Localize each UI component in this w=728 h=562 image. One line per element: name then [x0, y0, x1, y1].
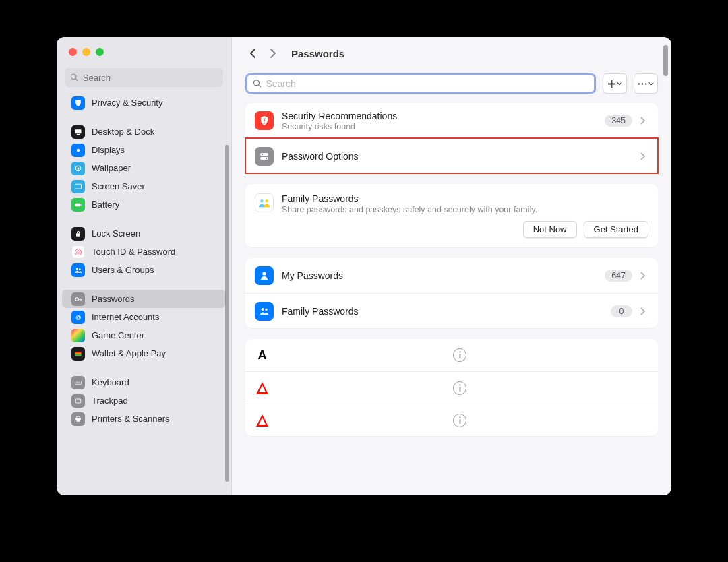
- users-icon: [71, 263, 85, 277]
- sidebar-search[interactable]: [65, 68, 223, 87]
- gamecenter-icon: [71, 329, 85, 342]
- svg-rect-42: [459, 419, 460, 424]
- svg-point-4: [78, 167, 80, 169]
- sidebar-item-internet-accounts[interactable]: @ Internet Accounts: [62, 308, 226, 326]
- svg-rect-7: [80, 204, 81, 205]
- svg-point-41: [459, 416, 460, 418]
- sidebar-item-users-groups[interactable]: Users & Groups: [62, 261, 226, 279]
- password-entry-row[interactable]: A: [245, 339, 658, 371]
- get-started-button[interactable]: Get Started: [584, 221, 648, 238]
- sidebar-item-keyboard[interactable]: Keyboard: [62, 373, 226, 392]
- sidebar-item-desktop-dock[interactable]: Desktop & Dock: [62, 123, 226, 141]
- security-count-badge: 345: [605, 115, 632, 127]
- svg-point-10: [79, 268, 81, 270]
- sidebar-item-screen-saver[interactable]: Screen Saver: [62, 177, 226, 195]
- sidebar-item-label: Wallet & Apple Pay: [92, 348, 166, 358]
- info-button[interactable]: [453, 414, 466, 427]
- sidebar-item-label: Trackpad: [92, 396, 128, 406]
- redacted-label: [278, 379, 453, 397]
- options-title: Password Options: [282, 151, 638, 162]
- family-title: Family Passwords: [282, 193, 648, 204]
- sidebar-item-passwords[interactable]: Passwords: [62, 290, 226, 308]
- my-passwords-title: My Passwords: [282, 270, 605, 281]
- more-button[interactable]: [634, 73, 658, 94]
- info-button[interactable]: [453, 348, 466, 362]
- svg-point-2: [77, 148, 80, 152]
- svg-rect-13: [75, 352, 82, 353]
- displays-icon: [71, 144, 85, 157]
- passwords-search-input[interactable]: [266, 78, 588, 89]
- svg-point-35: [262, 308, 264, 311]
- maximize-window-button[interactable]: [96, 48, 104, 56]
- sidebar-item-wallet[interactable]: Wallet & Apple Pay: [62, 344, 226, 363]
- sidebar: Privacy & Security Desktop & Dock Displa…: [57, 37, 232, 495]
- not-now-button[interactable]: Not Now: [523, 221, 577, 238]
- password-entry-row[interactable]: [245, 404, 658, 436]
- sidebar-item-touch-id[interactable]: Touch ID & Password: [62, 243, 226, 261]
- sidebar-item-label: Lock Screen: [92, 228, 140, 239]
- hand-icon: [71, 96, 85, 110]
- svg-point-11: [75, 297, 79, 301]
- sidebar-item-battery[interactable]: Battery: [62, 195, 226, 214]
- sidebar-scrollbar[interactable]: [225, 145, 229, 482]
- svg-rect-21: [75, 399, 81, 403]
- keyboard-icon: [71, 376, 85, 389]
- svg-point-33: [265, 199, 268, 202]
- sidebar-item-privacy-security[interactable]: Privacy & Security: [62, 94, 226, 112]
- my-passwords-row[interactable]: My Passwords 647: [245, 258, 658, 293]
- sidebar-item-label: Printers & Scanners: [92, 414, 170, 424]
- main-scrollbar[interactable]: [663, 45, 668, 76]
- svg-point-34: [262, 272, 266, 275]
- family-share-row: Family Passwords Share passwords and pas…: [245, 184, 658, 221]
- svg-rect-23: [77, 416, 80, 418]
- security-card: Security Recommendations Security risks …: [245, 103, 658, 173]
- settings-window: Privacy & Security Desktop & Dock Displa…: [57, 37, 671, 495]
- back-button[interactable]: [245, 46, 260, 61]
- battery-icon: [71, 198, 85, 212]
- svg-rect-40: [459, 387, 460, 392]
- sidebar-item-trackpad[interactable]: Trackpad: [62, 392, 226, 410]
- sidebar-search-input[interactable]: [83, 73, 218, 83]
- passwords-search[interactable]: [245, 73, 596, 94]
- fingerprint-icon: [71, 245, 85, 259]
- search-icon: [70, 73, 79, 82]
- svg-point-37: [459, 351, 460, 352]
- family-passwords-row[interactable]: Family Passwords 0: [245, 293, 658, 328]
- svg-point-31: [266, 157, 268, 159]
- svg-point-26: [642, 83, 643, 84]
- close-window-button[interactable]: [69, 48, 77, 56]
- chevron-right-icon: [638, 117, 648, 125]
- minimize-window-button[interactable]: [82, 48, 90, 56]
- svg-rect-18: [78, 382, 78, 383]
- svg-rect-14: [75, 353, 82, 354]
- sidebar-item-game-center[interactable]: Game Center: [62, 326, 226, 344]
- passwords-list-card: A: [245, 339, 658, 436]
- svg-rect-1: [77, 134, 80, 135]
- screensaver-icon: [71, 180, 85, 193]
- svg-point-32: [260, 199, 263, 202]
- toggles-icon: [255, 147, 274, 166]
- sidebar-item-wallpaper[interactable]: Wallpaper: [62, 159, 226, 177]
- security-subtitle: Security risks found: [282, 122, 605, 131]
- forward-button[interactable]: [266, 46, 280, 61]
- sidebar-item-lock-screen[interactable]: Lock Screen: [62, 224, 226, 243]
- sidebar-item-label: Desktop & Dock: [92, 127, 154, 137]
- chevron-down-icon: [648, 82, 654, 86]
- family-subtitle: Share passwords and passkeys safely and …: [282, 205, 648, 214]
- plus-icon: [608, 80, 615, 88]
- people-icon: [255, 302, 274, 321]
- main-panel: Passwords: [232, 37, 671, 495]
- password-entry-row[interactable]: [245, 371, 658, 404]
- password-options-row[interactable]: Password Options: [245, 138, 658, 173]
- info-button[interactable]: [453, 381, 466, 395]
- svg-rect-15: [75, 354, 82, 356]
- sidebar-item-label: Screen Saver: [92, 181, 145, 191]
- svg-rect-17: [76, 382, 77, 383]
- person-icon: [255, 266, 274, 285]
- security-recommendations-row[interactable]: Security Recommendations Security risks …: [245, 103, 658, 138]
- sidebar-item-printers[interactable]: Printers & Scanners: [62, 410, 226, 428]
- svg-point-27: [645, 83, 646, 84]
- sidebar-item-displays[interactable]: Displays: [62, 141, 226, 159]
- add-button[interactable]: [603, 73, 627, 94]
- my-passwords-count: 647: [605, 270, 632, 282]
